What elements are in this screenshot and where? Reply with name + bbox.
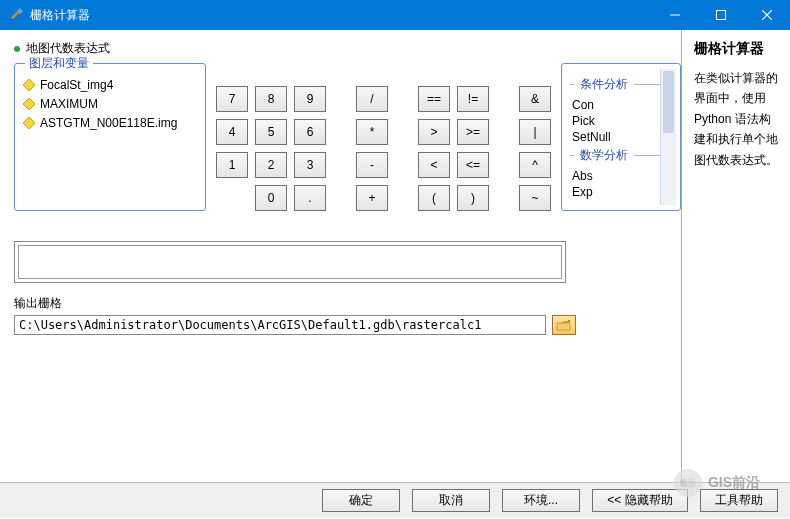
tool-category-title: 条件分析 bbox=[580, 76, 628, 93]
key-1[interactable]: 1 bbox=[216, 152, 248, 178]
svg-marker-5 bbox=[23, 79, 35, 91]
environments-button[interactable]: 环境... bbox=[502, 489, 580, 512]
key-==[interactable]: == bbox=[418, 86, 450, 112]
help-body: 在类似计算器的界面中，使用 Python 语法构建和执行单个地图代数表达式。 bbox=[694, 68, 780, 170]
layers-legend: 图层和变量 bbox=[25, 55, 93, 72]
output-label: 输出栅格 bbox=[14, 295, 576, 312]
raster-icon bbox=[23, 79, 35, 91]
expression-box bbox=[14, 241, 566, 283]
pane-resizer[interactable] bbox=[679, 30, 685, 482]
raster-icon bbox=[23, 117, 35, 129]
key->[interactable]: > bbox=[418, 119, 450, 145]
layer-item[interactable]: ASTGTM_N00E118E.img bbox=[21, 114, 199, 133]
key-([interactable]: ( bbox=[418, 185, 450, 211]
expression-input[interactable] bbox=[18, 245, 562, 279]
key-<=[interactable]: <= bbox=[457, 152, 489, 178]
layer-name: ASTGTM_N00E118E.img bbox=[40, 116, 177, 130]
key-<[interactable]: < bbox=[418, 152, 450, 178]
tools-fieldset: 条件分析 Con Pick SetNull 数学分析 Abs Exp bbox=[561, 63, 681, 211]
content-area: 地图代数表达式 图层和变量 FocalSt_img4 MAXIMUM bbox=[0, 30, 790, 482]
app-icon bbox=[8, 7, 24, 23]
key-8[interactable]: 8 bbox=[255, 86, 287, 112]
key-3[interactable]: 3 bbox=[294, 152, 326, 178]
minimize-button[interactable] bbox=[652, 0, 698, 30]
layer-name: MAXIMUM bbox=[40, 97, 98, 111]
key-+[interactable]: + bbox=[356, 185, 388, 211]
key-2[interactable]: 2 bbox=[255, 152, 287, 178]
raster-icon bbox=[23, 98, 35, 110]
left-pane: 地图代数表达式 图层和变量 FocalSt_img4 MAXIMUM bbox=[0, 30, 681, 482]
ok-button[interactable]: 确定 bbox=[322, 489, 400, 512]
svg-rect-2 bbox=[717, 11, 726, 20]
close-button[interactable] bbox=[744, 0, 790, 30]
key--[interactable]: - bbox=[356, 152, 388, 178]
layer-item[interactable]: FocalSt_img4 bbox=[21, 76, 199, 95]
key-.[interactable]: . bbox=[294, 185, 326, 211]
help-pane: 栅格计算器 在类似计算器的界面中，使用 Python 语法构建和执行单个地图代数… bbox=[681, 30, 790, 482]
key-9[interactable]: 9 bbox=[294, 86, 326, 112]
key-0[interactable]: 0 bbox=[255, 185, 287, 211]
hide-help-button[interactable]: << 隐藏帮助 bbox=[592, 489, 688, 512]
key-/[interactable]: / bbox=[356, 86, 388, 112]
cancel-button[interactable]: 取消 bbox=[412, 489, 490, 512]
bullet-icon bbox=[14, 46, 20, 52]
key-~[interactable]: ~ bbox=[519, 185, 551, 211]
output-path-input[interactable] bbox=[14, 315, 546, 335]
folder-icon bbox=[556, 319, 572, 332]
help-title: 栅格计算器 bbox=[694, 40, 780, 58]
key-!=[interactable]: != bbox=[457, 86, 489, 112]
key-)[interactable]: ) bbox=[457, 185, 489, 211]
title-bar: 栅格计算器 bbox=[0, 0, 790, 30]
key->=[interactable]: >= bbox=[457, 119, 489, 145]
key-6[interactable]: 6 bbox=[294, 119, 326, 145]
key-^[interactable]: ^ bbox=[519, 152, 551, 178]
calculator-keypad: 789/==!=&456*>>=|123-<<=^0.+()~ bbox=[216, 63, 551, 233]
key-7[interactable]: 7 bbox=[216, 86, 248, 112]
tool-category-title: 数学分析 bbox=[580, 147, 628, 164]
key-5[interactable]: 5 bbox=[255, 119, 287, 145]
key-*[interactable]: * bbox=[356, 119, 388, 145]
upper-row: 图层和变量 FocalSt_img4 MAXIMUM ASTGTM_N00E11… bbox=[14, 63, 681, 233]
tools-scrollbar[interactable] bbox=[660, 69, 676, 205]
browse-button[interactable] bbox=[552, 315, 576, 335]
svg-marker-6 bbox=[23, 98, 35, 110]
layer-name: FocalSt_img4 bbox=[40, 78, 113, 92]
key-4[interactable]: 4 bbox=[216, 119, 248, 145]
output-row: 输出栅格 bbox=[14, 295, 576, 335]
section-heading: 地图代数表达式 bbox=[14, 40, 681, 57]
layers-list[interactable]: FocalSt_img4 MAXIMUM ASTGTM_N00E118E.img bbox=[21, 76, 199, 133]
key-|[interactable]: | bbox=[519, 119, 551, 145]
layers-fieldset: 图层和变量 FocalSt_img4 MAXIMUM ASTGTM_N00E11… bbox=[14, 63, 206, 211]
window-title: 栅格计算器 bbox=[30, 7, 90, 24]
svg-marker-7 bbox=[23, 117, 35, 129]
key-&[interactable]: & bbox=[519, 86, 551, 112]
layer-item[interactable]: MAXIMUM bbox=[21, 95, 199, 114]
tool-help-button[interactable]: 工具帮助 bbox=[700, 489, 778, 512]
maximize-button[interactable] bbox=[698, 0, 744, 30]
window-controls bbox=[652, 0, 790, 30]
bottom-bar: 确定 取消 环境... << 隐藏帮助 工具帮助 bbox=[0, 482, 790, 518]
